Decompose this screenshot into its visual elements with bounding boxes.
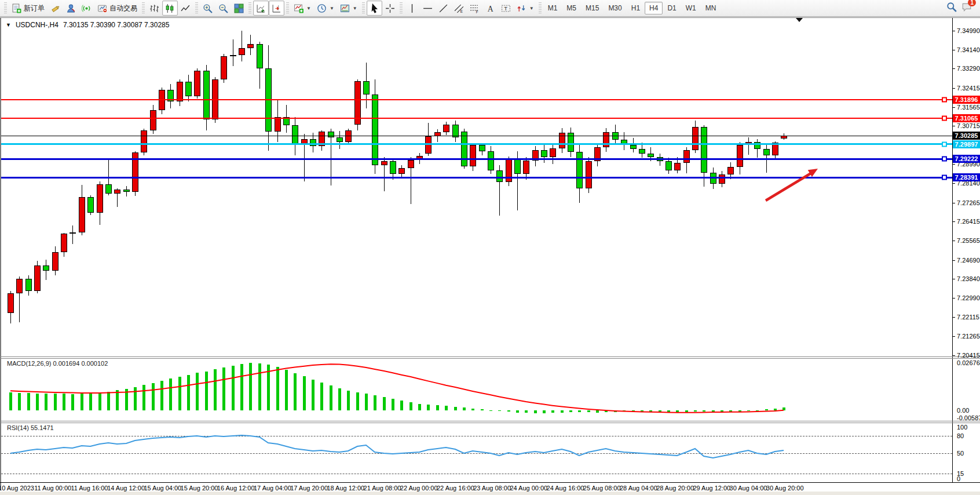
horizontal-line-2-marker[interactable] [942, 141, 947, 147]
templates-button[interactable]: ▼ [337, 1, 360, 16]
zoom-in-icon [203, 3, 213, 13]
rsi-level-line [1, 436, 952, 436]
horizontal-line-0[interactable] [1, 99, 952, 100]
autotrade-icon [97, 3, 107, 13]
timeframe-h1-button[interactable]: H1 [627, 2, 645, 14]
time-axis-label: 11 Aug 00:00 [34, 485, 71, 492]
crosshair-button[interactable] [382, 1, 398, 16]
macd-histogram-bar [258, 363, 261, 410]
macd-histogram-bar [445, 406, 448, 410]
autotrade-button[interactable]: 自动交易 [94, 1, 140, 16]
text-button[interactable]: A [482, 1, 498, 16]
rsi-axis-label: 50 [957, 450, 964, 457]
candlestick-icon [165, 3, 175, 13]
macd-histogram-bar [623, 410, 626, 412]
signals-button[interactable] [79, 1, 94, 16]
time-axis-label: 30 Aug 20:00 [766, 485, 804, 492]
macd-histogram-bar [676, 410, 679, 412]
notifications-button[interactable]: 1 [961, 2, 972, 14]
toolbar-grip [142, 2, 145, 14]
time-axis-label: 22 Aug 16:00 [437, 485, 474, 492]
horizontal-line-4[interactable] [1, 177, 952, 179]
horizontal-line-3[interactable] [1, 158, 952, 160]
timeframe-d1-button[interactable]: D1 [663, 2, 681, 14]
bar-chart-icon [149, 3, 159, 13]
macd-histogram-bar [463, 407, 466, 410]
zoom-in-button[interactable] [200, 1, 215, 16]
timeframe-w1-button[interactable]: W1 [681, 2, 701, 14]
timeframe-mn-button[interactable]: MN [701, 2, 721, 14]
macd-histogram-bar [71, 394, 74, 410]
timeframe-m30-button[interactable]: M30 [604, 2, 626, 14]
horizontal-line-3-marker[interactable] [942, 156, 947, 162]
candle [514, 159, 521, 174]
macd-histogram-bar [614, 410, 617, 412]
macd-histogram-bar [747, 410, 750, 411]
svg-text:F: F [476, 10, 478, 13]
candle [70, 232, 76, 234]
text-label-button[interactable]: T [498, 1, 514, 16]
chart-shift-button[interactable] [269, 1, 284, 16]
candle [141, 130, 147, 152]
candle [239, 48, 245, 55]
time-axis-label: 15 Aug 20:00 [181, 485, 218, 492]
macd-histogram-bar [632, 410, 635, 412]
periods-button[interactable]: ▼ [314, 1, 337, 16]
candle [470, 145, 476, 166]
horizontal-line-2-price-badge: 7.29897 [953, 140, 980, 148]
chevron-down-icon: ▼ [330, 6, 334, 11]
search-icon[interactable] [946, 2, 957, 14]
indicators-button[interactable]: ▼ [291, 1, 314, 16]
candlestick-button[interactable] [162, 1, 178, 16]
tile-windows-button[interactable] [231, 1, 247, 16]
line-chart-button[interactable] [178, 1, 193, 16]
horizontal-line-2[interactable] [1, 143, 952, 145]
auto-scroll-button[interactable] [253, 1, 269, 16]
zoom-out-button[interactable] [215, 1, 231, 16]
equidistant-channel-button[interactable]: E [451, 1, 467, 16]
candle-wick [233, 39, 233, 66]
community-button[interactable] [63, 1, 79, 16]
trendline-button[interactable] [436, 1, 451, 16]
community-icon [66, 3, 76, 13]
timeframe-m15-button[interactable]: M15 [581, 2, 604, 14]
timeframe-h4-button[interactable]: H4 [645, 2, 663, 14]
macd-histogram-bar [178, 377, 181, 410]
price-axis-tick-label: 7.34990 [957, 27, 980, 34]
macd-histogram-bar [507, 410, 510, 412]
new-order-button[interactable]: 新订单 [9, 1, 47, 16]
macd-histogram-bar [205, 372, 208, 410]
symbol-period-label: USDCNH-,H4 [16, 21, 58, 29]
macd-histogram-bar [694, 410, 697, 412]
macd-histogram-bar [471, 409, 474, 410]
horizontal-line-4-marker[interactable] [942, 175, 947, 180]
horizontal-line-1[interactable] [1, 118, 952, 119]
bar-chart-button[interactable] [147, 1, 162, 16]
tile-windows-icon [234, 3, 244, 13]
candle-wick [242, 31, 242, 62]
macd-histogram-bar [18, 393, 21, 410]
horizontal-line-button[interactable] [420, 1, 436, 16]
macd-histogram-bar [285, 370, 288, 410]
timeframe-m5-button[interactable]: M5 [562, 2, 581, 14]
macd-histogram-bar [374, 395, 376, 410]
rsi-axis-label: 100 [957, 424, 967, 431]
candle [16, 279, 23, 293]
svg-text:E: E [460, 9, 462, 13]
arrows-button[interactable]: ▼ [514, 1, 537, 16]
vertical-line-button[interactable] [404, 1, 420, 16]
chart-expander-icon[interactable]: ▼ [6, 22, 11, 28]
horizontal-line-0-marker[interactable] [942, 97, 947, 102]
macd-histogram-bar [765, 409, 768, 410]
timeframe-m1-button[interactable]: M1 [543, 2, 562, 14]
fibonacci-button[interactable]: F [467, 1, 482, 16]
toolbar-button-label: 自动交易 [109, 3, 137, 13]
macd-histogram-bar [9, 392, 12, 410]
cursor-button[interactable] [367, 1, 382, 16]
time-axis-label: 10 Aug 2023 [0, 485, 34, 492]
horizontal-line-1-marker[interactable] [942, 115, 947, 121]
candle [727, 167, 734, 175]
rsi-label: RSI(14) 55.1471 [7, 424, 54, 431]
styler-button[interactable] [47, 1, 63, 16]
pane-separator [0, 358, 980, 359]
